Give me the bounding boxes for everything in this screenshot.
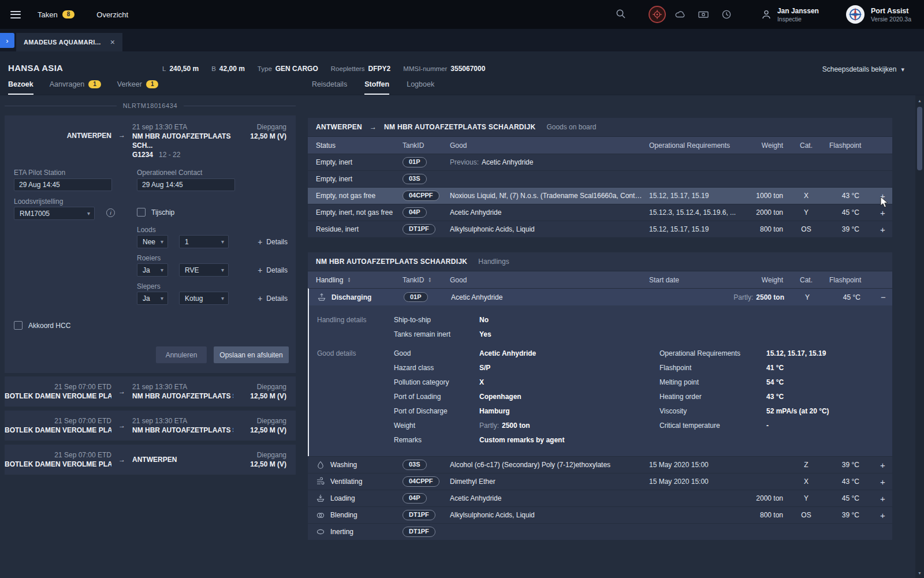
discharging-icon (317, 293, 326, 302)
banknote-icon (698, 9, 709, 20)
slepers-label: Slepers (137, 282, 161, 290)
vertical-scrollbar[interactable]: ▲ ▼ (915, 95, 924, 578)
scroll-up-icon[interactable]: ▲ (915, 96, 924, 105)
handling-row-inerting[interactable]: Inerting DT1PF (308, 523, 892, 540)
expand-row-button[interactable]: + (873, 208, 892, 217)
roeiers-company-select[interactable]: RVE▾ (179, 263, 229, 277)
handlings-subtitle: Handlings (478, 258, 509, 266)
leg-card[interactable]: 21 Sep 07:00 ETDBOTLEK DAMEN VEROLME PLA… (5, 376, 296, 407)
slepers-company-select[interactable]: Kotug▾ (179, 292, 229, 305)
tank-id-pill: 04CPPF (403, 476, 439, 487)
handlings-section: NM HBR AUTOAFZETPLAATS SCHAARDIJK Handli… (308, 252, 892, 540)
akkoord-hcc-checkbox[interactable]: Akkoord HCC (14, 321, 70, 330)
cloud-icon (675, 9, 686, 20)
user-role: Inspectie (777, 16, 819, 23)
ship-name: HANSA ASIA (8, 63, 63, 73)
roeiers-details-link[interactable]: +Details (258, 266, 288, 275)
sort-handling[interactable]: Handling▲▼ (308, 276, 403, 284)
app-screen: Taken 8 Overzicht (0, 0, 924, 578)
ventilating-icon (316, 477, 325, 486)
cancel-button[interactable]: Annuleren (156, 346, 207, 363)
nav-taken[interactable]: Taken 8 (38, 10, 74, 19)
akkoord-hcc-label: Akkoord HCC (28, 322, 70, 330)
handling-row-loading[interactable]: Loading 04P Acetic Anhydride 2000 ton Y … (308, 490, 892, 506)
leg-card[interactable]: 21 Sep 07:00 ETDBOTLEK DAMEN VEROLME PLA… (5, 411, 296, 441)
expand-row-button[interactable]: + (873, 225, 892, 234)
chevron-down-icon: ▾ (87, 210, 90, 217)
loods-details-link[interactable]: +Details (258, 237, 288, 247)
detail-tabs: Reisdetails Stoffen Logboek (312, 80, 434, 95)
sort-tankid[interactable]: TankID▲▼ (403, 276, 450, 284)
app-logo-icon (845, 5, 865, 24)
goods-row[interactable]: Empty, inert 01P Previous:Acetic Anhydri… (308, 154, 892, 170)
handling-row-washing[interactable]: Washing 03S Alcohol (c6-c17) (Secondary)… (308, 456, 892, 473)
tank-id-pill: DT1PF (403, 527, 435, 537)
ship-attr-callsign: RoeplettersDFPY2 (331, 65, 391, 73)
tank-id-pill: 04P (403, 493, 427, 504)
document-tab[interactable]: AMADEUS AQUAMARI... × (16, 33, 122, 51)
tab-bezoek[interactable]: Bezoek (8, 80, 33, 95)
expand-row-button[interactable]: + (873, 494, 892, 503)
expand-row-button[interactable]: + (873, 461, 892, 469)
collapse-row-button[interactable]: − (874, 293, 892, 301)
alerts-button[interactable] (649, 6, 666, 23)
user-menu[interactable]: Jan Janssen Inspectie (761, 7, 819, 23)
exemption-select[interactable]: RM17005▾ (14, 207, 95, 220)
current-leg: ANTWERPEN → 21 sep 13:30 ETA NM HBR AUTO… (5, 115, 296, 159)
slepers-details-link[interactable]: +Details (258, 294, 288, 303)
leg-card[interactable]: 21 Sep 07:00 ETDBOTLEK DAMEN VEROLME PLA… (5, 445, 296, 475)
handling-row-discharging[interactable]: Discharging 01P Acetic Anhydride Partly:… (308, 288, 892, 305)
handlings-title: NM HBR AUTOAFZETPLAATS SCHAARDIJK (316, 258, 467, 266)
cloud-button[interactable] (672, 6, 689, 23)
helm-icon (651, 9, 663, 20)
scroll-down-icon[interactable]: ▼ (915, 569, 924, 577)
arrow-right-icon: → (370, 123, 377, 131)
topbar: Taken 8 Overzicht (0, 0, 924, 29)
handling-row-ventilating[interactable]: Ventilating 04CPPF Dimethyl Ether 15 May… (308, 473, 892, 490)
history-button[interactable] (718, 6, 735, 23)
scrollbar-thumb[interactable] (917, 107, 922, 170)
goods-to: NM HBR AUTOAFZETPLAATS SCHAARDIJK (384, 123, 535, 131)
nav-overzicht[interactable]: Overzicht (96, 10, 128, 19)
tank-id-pill: 03S (403, 460, 427, 470)
tank-id-pill: 03S (403, 174, 427, 184)
ship-details-link[interactable]: Scheepsdetails bekijken ▾ (822, 65, 904, 73)
menu-icon[interactable] (10, 11, 21, 18)
leg-from: ANTWERPEN (5, 122, 111, 140)
eta-pilot-input[interactable] (14, 178, 112, 191)
search-icon (615, 8, 627, 20)
save-close-button[interactable]: Opslaan en afsluiten (214, 346, 289, 363)
operational-contact-input[interactable] (137, 178, 235, 191)
tab-logboek[interactable]: Logboek (407, 80, 434, 95)
expand-row-button[interactable]: + (873, 511, 892, 520)
roeiers-select[interactable]: Ja▾ (137, 263, 168, 277)
loods-label: Loods (137, 226, 156, 234)
expand-panel-button[interactable]: › (0, 33, 14, 48)
goods-row[interactable]: Empty, inert, not gas free 04P Acetic An… (308, 204, 892, 221)
expand-row-button[interactable]: + (873, 478, 892, 486)
topbar-right: Jan Janssen Inspectie Port Assist Versie… (615, 5, 924, 24)
handling-row-blending[interactable]: Blending DT1PF Alkylsulphonic Acids, Liq… (308, 506, 892, 523)
handlings-table-header: Handling▲▼ TankID▲▼ Good Start date Weig… (308, 271, 892, 288)
tab-verkeer[interactable]: Verkeer1 (117, 80, 159, 95)
close-icon[interactable]: × (110, 38, 115, 47)
tab-aanvragen[interactable]: Aanvragen1 (50, 80, 101, 95)
leg-to: NM HBR AUTOAFZETPLAATS SCH... (132, 132, 233, 150)
loods-count-select[interactable]: 1▾ (179, 235, 229, 248)
loods-select[interactable]: Nee▾ (137, 235, 168, 248)
leg-destination: 21 sep 13:30 ETA NM HBR AUTOAFZETPLAATS … (132, 122, 233, 159)
goods-row[interactable]: Residue, inert DT1PF Alkylsulphonic Acid… (308, 221, 892, 237)
tab-stoffen[interactable]: Stoffen (364, 80, 389, 95)
tank-id-pill: 01P (404, 292, 428, 303)
expand-row-button[interactable]: + (873, 192, 892, 200)
payments-button[interactable] (695, 6, 712, 23)
tab-reisdetails[interactable]: Reisdetails (312, 80, 347, 95)
goods-row-highlighted[interactable]: Empty, not gas free 04CPPF Noxious Liqui… (308, 187, 892, 204)
info-icon[interactable]: i (106, 208, 115, 217)
goods-row[interactable]: Empty, inert 03S (308, 170, 892, 187)
taken-label: Taken (38, 10, 58, 19)
search-button[interactable] (615, 8, 627, 21)
visit-form-card: ANTWERPEN → 21 sep 13:30 ETA NM HBR AUTO… (5, 115, 296, 373)
tijschip-checkbox[interactable]: Tijschip (137, 208, 174, 217)
slepers-select[interactable]: Ja▾ (137, 292, 168, 305)
